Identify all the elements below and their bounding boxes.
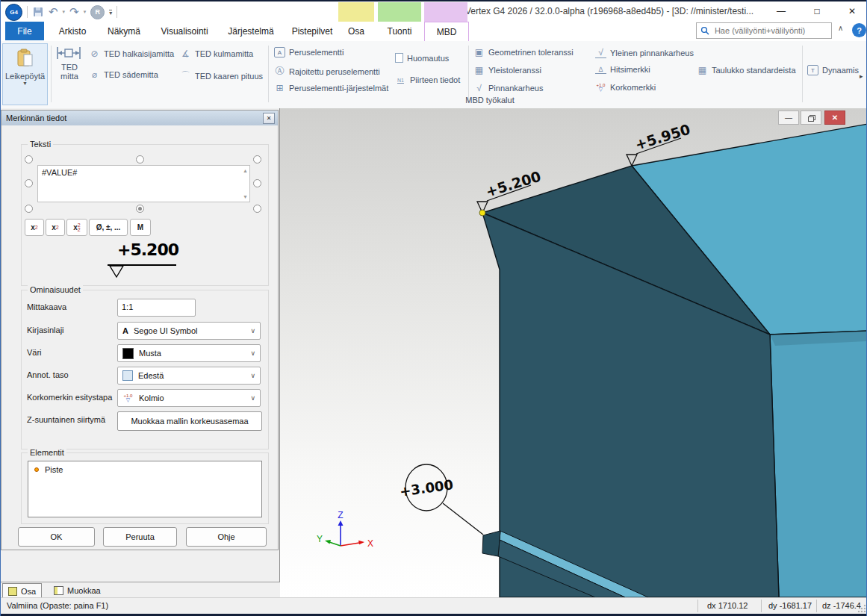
maximize-button[interactable]: □ [802,1,832,21]
kirjasinlaji-dropdown[interactable]: A Segoe UI Symbol ∨ [117,322,261,340]
hitsimerkki-button[interactable]: ∆ Hitsimerkki [595,65,650,74]
annot-taso-dropdown[interactable]: Edestä ∨ [117,367,261,385]
supsub-button[interactable]: x22 [66,219,87,236]
scroll-up-icon[interactable]: ▲ [243,168,248,173]
dynaaminen-button[interactable]: T Dynaamis [807,65,863,75]
tab-file[interactable]: File [5,22,44,40]
pinnankarheus-label: Pinnankarheus [488,84,543,93]
ted-kaaren-pituus-button[interactable]: ⌒ TED kaaren pituus [180,69,263,82]
ted-halkaisijamitta-button[interactable]: ⊘ TED halkaisijamitta [89,49,174,59]
r-command-icon[interactable]: R [90,5,105,19]
tab-tuonti[interactable]: Tuonti [378,22,421,40]
elevation-mark-icon: +1.0 ▽ [122,394,134,402]
ohje-button[interactable]: Ohje [186,527,267,547]
document-tab-osa[interactable]: Osa [2,583,42,598]
ribbon-tab-bar: File Arkisto Näkymä Visualisointi Järjes… [1,21,867,41]
ted-halkaisijamitta-label: TED halkaisijamitta [104,49,174,58]
tab-arkisto[interactable]: Arkisto [49,22,96,40]
document-tab-muokkaa[interactable]: Muokkaa [49,583,106,597]
yleistoleranssi-button[interactable]: ▦ Yleistoleranssi [473,65,541,75]
huomautus-label: Huomautus [407,54,449,63]
annotation-preview-triangle [108,265,125,279]
align-top-center-radio[interactable] [136,155,144,164]
align-top-left-radio[interactable] [25,155,33,164]
annot-taso-label: Annot. taso [27,370,69,379]
yleinen-pinnankarheus-button[interactable]: √ Yleinen pinnankarheus [595,47,694,58]
peruselementti-button[interactable]: A Peruselementti [274,47,344,57]
tab-mbd-active[interactable]: MBD [424,22,469,41]
rajoitettu-peruselementti-button[interactable]: Ⓐ Rajoitettu peruselementti [274,65,380,78]
subscript-button[interactable]: x2 [46,219,65,236]
muokkaa-korkeusasemaa-button[interactable]: Muokkaa mallin korkeusasemaa [117,411,262,431]
status-message: Valmiina (Opaste: paina F1) [7,601,108,610]
group-separator [51,46,52,102]
viewport-close-button[interactable]: ✕ [824,111,845,125]
tab-osa[interactable]: Osa [338,22,374,40]
align-middle-right-radio[interactable] [253,179,261,187]
tab-jarjestelma[interactable]: Järjestelmä [222,22,280,40]
huomautus-button[interactable]: Huomautus [395,53,449,63]
korkomerkki-button[interactable]: +1.0 ▽ Korkomerkki [595,83,656,92]
align-bottom-right-radio[interactable] [253,205,261,213]
ted-sademitta-button[interactable]: ⌀ TED sädemitta [89,69,158,80]
clipboard-button[interactable]: Leikepöytä ▼ [2,43,48,105]
search-box[interactable] [696,22,832,39]
minimize-button[interactable]: — [766,1,796,21]
app-logo-icon[interactable]: G4 [5,4,22,21]
korkomerkin-esitystapa-dropdown[interactable]: +1.0 ▽ Kolmio ∨ [117,389,261,407]
save-icon[interactable] [32,6,44,18]
color-swatch [122,348,134,359]
ted-mitta-button[interactable]: TED mitta [55,46,83,81]
geometrinen-toleranssi-button[interactable]: ▣ Geometrinen toleranssi [473,47,574,57]
mittakaava-input[interactable] [117,299,196,317]
align-bottom-center-radio[interactable] [136,205,144,213]
dialog-title-bar[interactable]: Merkinnän tiedot ✕ [1,111,278,125]
viewport-restore-button[interactable] [801,111,821,125]
scroll-down-icon[interactable]: ▼ [243,194,248,199]
resize-grip[interactable] [857,604,866,613]
align-middle-left-radio[interactable] [25,179,33,187]
annotation-text-input[interactable]: #VALUE# ▲ ▼ [37,165,250,202]
search-input[interactable] [713,25,827,36]
redo-dropdown-icon[interactable]: ▾ [84,9,87,15]
align-top-right-radio[interactable] [253,155,261,164]
measure-button[interactable]: M [130,219,151,236]
collapse-ribbon-icon[interactable]: ∧ [838,24,843,32]
geometric-tolerance-icon: ▣ [473,47,485,57]
3d-viewport[interactable]: +5.950 +5.200 +3.000 Z [280,108,867,597]
help-icon[interactable]: ? [852,23,866,37]
customize-toolbar-icon[interactable]: ▾ [109,10,112,16]
search-icon [700,26,709,35]
redo-icon[interactable]: ↷ [69,7,79,17]
elevation-annotation-3000[interactable]: +3.000 [399,464,483,535]
undo-dropdown-icon[interactable]: ▾ [63,9,66,15]
yleistoleranssi-label: Yleistoleranssi [488,66,541,75]
align-bottom-left-radio[interactable] [25,205,33,213]
ok-button[interactable]: OK [18,527,95,547]
elements-listbox[interactable]: Piste [28,461,262,517]
symbols-button[interactable]: Ø, ±, ... [89,219,128,236]
tab-pistepilvet[interactable]: Pistepilvet [285,22,339,40]
vari-dropdown[interactable]: Musta ∨ [117,344,261,362]
superscript-button[interactable]: x2 [25,219,44,236]
peruuta-button[interactable]: Peruuta [103,527,177,547]
close-button[interactable]: ✕ [837,1,867,21]
tab-visualisointi[interactable]: Visualisointi [152,22,217,40]
ted-kulmamitta-button[interactable]: ∡ TED kulmamitta [180,49,253,59]
peruselementti-jarjestelmat-button[interactable]: ⊞ Peruselementti-järjestelmät [274,83,388,93]
peruselementti-jarjestelmat-label: Peruselementti-järjestelmät [289,84,388,93]
ted-mitta-label-2: mitta [55,72,84,81]
ribbon-overflow-icon[interactable]: ▸ [860,72,863,80]
taulukko-standardeista-button[interactable]: ▦ Taulukko standardeista [697,65,796,75]
tab-nakyma[interactable]: Näkymä [100,22,148,40]
list-item[interactable]: Piste [28,461,261,474]
dialog-close-icon[interactable]: ✕ [263,113,275,124]
general-roughness-icon: √ [595,47,606,58]
pinnankarheus-button[interactable]: √ Pinnankarheus [473,83,543,93]
left-panel: Merkinnän tiedot ✕ Teksti #VALUE# ▲ ▼ [1,108,280,597]
radius-icon: ⌀ [89,69,100,80]
undo-icon[interactable]: ↶ [49,7,58,17]
piirteen-tiedot-button[interactable]: N1 Piirteen tiedot [395,75,460,84]
viewport-minimize-button[interactable]: — [778,111,799,125]
elementit-group: Elementit Piste [21,452,269,524]
